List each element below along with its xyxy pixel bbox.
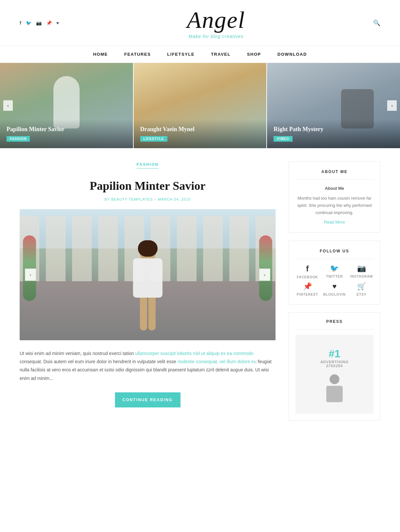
slide-3-title: Right Path Mystery bbox=[274, 126, 393, 133]
about-me-label: About Me bbox=[295, 185, 373, 192]
slide-2-overlay: Draught Vaein Mynel LIFESTYLE bbox=[134, 119, 267, 148]
article-link-2[interactable]: molestie consequat, vel illum dolore eu bbox=[178, 359, 257, 364]
follow-grid: f FACEBOOK 🐦 TWITTER 📷 INSTAGRAM 📌 PINTE… bbox=[295, 264, 373, 296]
twitter-link[interactable]: 🐦 bbox=[26, 20, 31, 26]
press-label: ADVERTISING bbox=[302, 360, 367, 364]
about-me-widget: ABOUT ME About Me Months had too ham cou… bbox=[289, 161, 380, 233]
slide-2: Draught Vaein Mynel LIFESTYLE bbox=[133, 63, 267, 148]
follow-us-heading: FOLLOW US bbox=[295, 249, 373, 253]
logo-text: Angel bbox=[59, 7, 373, 34]
etsy-label: ETSY bbox=[357, 293, 367, 296]
slide-2-title: Draught Vaein Mynel bbox=[140, 126, 260, 133]
nav-download[interactable]: DOWNLOAD bbox=[277, 52, 307, 57]
press-figure bbox=[302, 374, 367, 401]
search-icon[interactable]: 🔍 bbox=[373, 19, 380, 27]
article-title: Papilion Minter Savior bbox=[20, 179, 276, 193]
about-me-text: Months had too ham cousin remove far spi… bbox=[295, 195, 373, 216]
nav-shop[interactable]: SHOP bbox=[247, 52, 261, 57]
pinterest-icon: 📌 bbox=[303, 282, 312, 291]
about-me-heading: ABOUT ME bbox=[295, 169, 373, 174]
slide-1-overlay: Papilion Minter Savior FASHION bbox=[0, 119, 133, 148]
article-meta: BY BEAUTY TEMPLATES – MARCH 04, 2015 bbox=[20, 197, 276, 201]
continue-reading-container: CONTINUE READING bbox=[20, 392, 276, 407]
pinterest-link[interactable]: 📌 bbox=[46, 20, 52, 26]
nav-features[interactable]: FEATURES bbox=[124, 52, 151, 57]
facebook-icon: f bbox=[306, 264, 309, 273]
article-category: FASHION bbox=[137, 162, 159, 168]
twitter-label: TWITTER bbox=[326, 275, 343, 278]
article-nav-prev-button[interactable]: ‹ bbox=[25, 269, 36, 281]
press-widget: PRESS #1 ADVERTISING 270X250 bbox=[289, 312, 380, 421]
slider-next-button[interactable]: › bbox=[387, 100, 397, 111]
article-nav-next-button[interactable]: › bbox=[259, 269, 270, 281]
bloglovin-label: BLOGLOVIN bbox=[323, 293, 346, 296]
instagram-link[interactable]: 📷 bbox=[36, 20, 42, 26]
hero-slider: ‹ Papilion Minter Savior FASHION Draught… bbox=[0, 63, 400, 148]
nav-home[interactable]: HOME bbox=[93, 52, 108, 57]
continue-reading-button[interactable]: CONTINUE READING bbox=[115, 392, 181, 407]
slide-3-badge: VIMEO bbox=[274, 136, 292, 142]
etsy-icon: 🛒 bbox=[357, 282, 366, 291]
slide-2-badge: LIFESTYLE bbox=[140, 136, 167, 142]
follow-us-widget: FOLLOW US f FACEBOOK 🐦 TWITTER 📷 INSTAGR… bbox=[289, 241, 380, 305]
twitter-icon: 🐦 bbox=[330, 264, 339, 273]
nav-lifestyle[interactable]: LIFETSYLE bbox=[167, 52, 195, 57]
press-size: 270X250 bbox=[302, 364, 367, 368]
follow-facebook[interactable]: f FACEBOOK bbox=[295, 264, 319, 279]
press-number: #1 bbox=[302, 348, 367, 360]
press-heading: PRESS bbox=[295, 319, 373, 324]
slide-3: Right Path Mystery VIMEO bbox=[267, 63, 400, 148]
article-link-1[interactable]: ullamcorper suscipit lobortis nisl ut al… bbox=[135, 351, 253, 356]
facebook-link[interactable]: f bbox=[20, 20, 21, 26]
slide-1: Papilion Minter Savior FASHION bbox=[0, 63, 133, 148]
main-nav: HOME FEATURES LIFETSYLE TRAVEL SHOP DOWN… bbox=[0, 46, 400, 63]
bloglovin-icon: ♥ bbox=[332, 282, 336, 291]
article: FASHION Papilion Minter Savior BY BEAUTY… bbox=[20, 161, 289, 428]
follow-pinterest[interactable]: 📌 PINTEREST bbox=[295, 282, 319, 296]
instagram-label: INSTAGRAM bbox=[350, 275, 373, 278]
heart-link[interactable]: ♥ bbox=[56, 20, 59, 26]
follow-instagram[interactable]: 📷 INSTAGRAM bbox=[350, 264, 373, 279]
follow-bloglovin[interactable]: ♥ BLOGLOVIN bbox=[323, 282, 347, 296]
follow-etsy[interactable]: 🛒 ETSY bbox=[350, 282, 373, 296]
press-box: #1 ADVERTISING 270X250 bbox=[295, 335, 373, 414]
slider-prev-button[interactable]: ‹ bbox=[3, 100, 13, 111]
slide-1-badge: FASHION bbox=[7, 136, 30, 142]
slide-1-title: Papilion Minter Savior bbox=[7, 126, 126, 133]
instagram-icon: 📷 bbox=[357, 264, 366, 273]
article-main-image bbox=[20, 209, 276, 340]
header: f 🐦 📷 📌 ♥ Angel Make for blog creatives … bbox=[0, 0, 400, 46]
main-content: FASHION Papilion Minter Savior BY BEAUTY… bbox=[0, 148, 400, 442]
facebook-label: FACEBOOK bbox=[297, 275, 318, 279]
site-logo: Angel Make for blog creatives bbox=[59, 7, 373, 39]
nav-travel[interactable]: TRAVEL bbox=[211, 52, 231, 57]
about-me-read-more[interactable]: Read More bbox=[295, 220, 373, 225]
social-links: f 🐦 📷 📌 ♥ bbox=[20, 20, 59, 26]
article-body: Ut wisi enim ad minim veniam, quis nostr… bbox=[20, 349, 276, 383]
follow-twitter[interactable]: 🐦 TWITTER bbox=[323, 264, 347, 279]
article-image-slider: ‹ › bbox=[20, 209, 276, 340]
logo-subtitle: Make for blog creatives bbox=[59, 34, 373, 39]
sidebar: ABOUT ME About Me Months had too ham cou… bbox=[289, 161, 380, 428]
slide-3-overlay: Right Path Mystery VIMEO bbox=[267, 119, 400, 148]
pinterest-label: PINTEREST bbox=[297, 293, 318, 296]
